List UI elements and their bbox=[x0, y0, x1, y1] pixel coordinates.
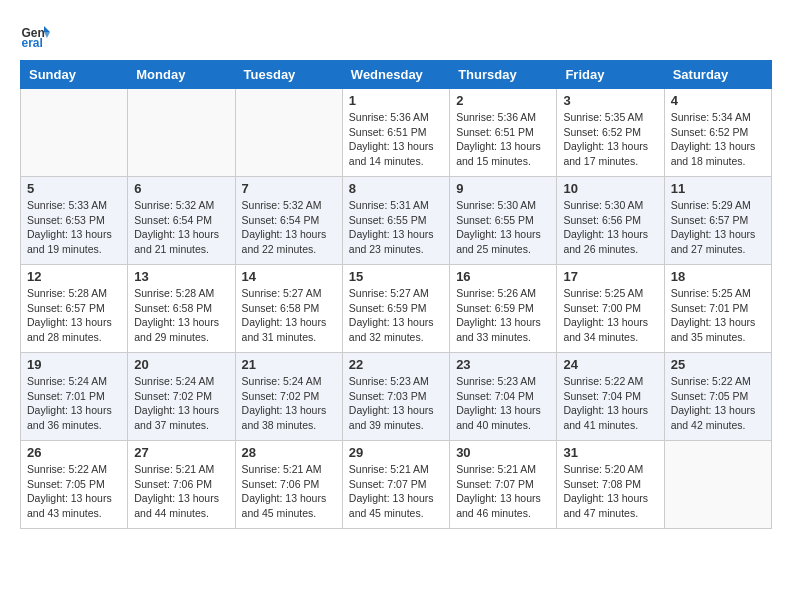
day-number: 4 bbox=[671, 93, 765, 108]
day-info-line: Sunset: 6:59 PM bbox=[349, 302, 427, 314]
day-info-line: Sunset: 6:57 PM bbox=[27, 302, 105, 314]
calendar-cell: 26Sunrise: 5:22 AMSunset: 7:05 PMDayligh… bbox=[21, 441, 128, 529]
day-info-line: Daylight: 13 hours bbox=[349, 316, 434, 328]
calendar-cell bbox=[235, 89, 342, 177]
day-info-line: Sunrise: 5:23 AM bbox=[349, 375, 429, 387]
calendar-week-row: 26Sunrise: 5:22 AMSunset: 7:05 PMDayligh… bbox=[21, 441, 772, 529]
day-info-line: Daylight: 13 hours bbox=[563, 140, 648, 152]
day-info-line: Daylight: 13 hours bbox=[242, 404, 327, 416]
day-info: Sunrise: 5:22 AMSunset: 7:04 PMDaylight:… bbox=[563, 374, 657, 433]
day-info-line: Daylight: 13 hours bbox=[456, 404, 541, 416]
day-info-line: and 22 minutes. bbox=[242, 243, 317, 255]
day-info-line: Sunrise: 5:21 AM bbox=[349, 463, 429, 475]
logo-icon: Gen eral bbox=[20, 20, 50, 50]
day-info-line: Sunrise: 5:28 AM bbox=[134, 287, 214, 299]
calendar-cell: 7Sunrise: 5:32 AMSunset: 6:54 PMDaylight… bbox=[235, 177, 342, 265]
day-info-line: and 46 minutes. bbox=[456, 507, 531, 519]
day-info-line: and 39 minutes. bbox=[349, 419, 424, 431]
day-info-line: Sunrise: 5:36 AM bbox=[349, 111, 429, 123]
day-info-line: Daylight: 13 hours bbox=[349, 492, 434, 504]
day-info-line: Daylight: 13 hours bbox=[242, 228, 327, 240]
day-info-line: Sunset: 6:52 PM bbox=[671, 126, 749, 138]
day-number: 1 bbox=[349, 93, 443, 108]
day-info: Sunrise: 5:35 AMSunset: 6:52 PMDaylight:… bbox=[563, 110, 657, 169]
day-info-line: Daylight: 13 hours bbox=[27, 492, 112, 504]
day-info: Sunrise: 5:31 AMSunset: 6:55 PMDaylight:… bbox=[349, 198, 443, 257]
day-info-line: Sunrise: 5:24 AM bbox=[242, 375, 322, 387]
day-info-line: Daylight: 13 hours bbox=[456, 228, 541, 240]
day-info-line: Daylight: 13 hours bbox=[134, 492, 219, 504]
day-number: 17 bbox=[563, 269, 657, 284]
day-info-line: and 35 minutes. bbox=[671, 331, 746, 343]
svg-marker-2 bbox=[44, 26, 50, 32]
day-number: 22 bbox=[349, 357, 443, 372]
weekday-header-row: SundayMondayTuesdayWednesdayThursdayFrid… bbox=[21, 61, 772, 89]
day-info-line: and 29 minutes. bbox=[134, 331, 209, 343]
day-info-line: Daylight: 13 hours bbox=[671, 140, 756, 152]
day-info: Sunrise: 5:24 AMSunset: 7:02 PMDaylight:… bbox=[242, 374, 336, 433]
day-info-line: Sunset: 6:54 PM bbox=[134, 214, 212, 226]
day-info-line: and 31 minutes. bbox=[242, 331, 317, 343]
day-info-line: and 45 minutes. bbox=[349, 507, 424, 519]
day-info-line: Sunrise: 5:32 AM bbox=[242, 199, 322, 211]
day-info-line: Sunrise: 5:25 AM bbox=[563, 287, 643, 299]
day-info: Sunrise: 5:32 AMSunset: 6:54 PMDaylight:… bbox=[242, 198, 336, 257]
day-info-line: Sunset: 6:52 PM bbox=[563, 126, 641, 138]
day-info-line: Sunrise: 5:21 AM bbox=[456, 463, 536, 475]
day-number: 29 bbox=[349, 445, 443, 460]
day-number: 27 bbox=[134, 445, 228, 460]
day-info-line: Daylight: 13 hours bbox=[27, 316, 112, 328]
calendar-cell: 25Sunrise: 5:22 AMSunset: 7:05 PMDayligh… bbox=[664, 353, 771, 441]
day-info-line: Sunrise: 5:33 AM bbox=[27, 199, 107, 211]
day-info-line: Sunrise: 5:36 AM bbox=[456, 111, 536, 123]
day-info-line: Sunset: 7:07 PM bbox=[456, 478, 534, 490]
day-info-line: Sunset: 6:54 PM bbox=[242, 214, 320, 226]
day-info: Sunrise: 5:25 AMSunset: 7:01 PMDaylight:… bbox=[671, 286, 765, 345]
calendar-cell bbox=[21, 89, 128, 177]
day-info-line: and 19 minutes. bbox=[27, 243, 102, 255]
day-info-line: Sunset: 7:05 PM bbox=[671, 390, 749, 402]
day-info-line: and 18 minutes. bbox=[671, 155, 746, 167]
day-info-line: Daylight: 13 hours bbox=[563, 316, 648, 328]
day-info-line: Sunrise: 5:22 AM bbox=[563, 375, 643, 387]
day-number: 14 bbox=[242, 269, 336, 284]
weekday-header-monday: Monday bbox=[128, 61, 235, 89]
day-info: Sunrise: 5:22 AMSunset: 7:05 PMDaylight:… bbox=[27, 462, 121, 521]
day-info-line: and 38 minutes. bbox=[242, 419, 317, 431]
day-info: Sunrise: 5:21 AMSunset: 7:07 PMDaylight:… bbox=[456, 462, 550, 521]
day-number: 23 bbox=[456, 357, 550, 372]
weekday-header-sunday: Sunday bbox=[21, 61, 128, 89]
day-info-line: and 42 minutes. bbox=[671, 419, 746, 431]
day-info: Sunrise: 5:23 AMSunset: 7:04 PMDaylight:… bbox=[456, 374, 550, 433]
day-info: Sunrise: 5:33 AMSunset: 6:53 PMDaylight:… bbox=[27, 198, 121, 257]
svg-text:eral: eral bbox=[22, 36, 43, 50]
header: Gen eral bbox=[20, 20, 772, 50]
day-info: Sunrise: 5:29 AMSunset: 6:57 PMDaylight:… bbox=[671, 198, 765, 257]
day-info-line: Daylight: 13 hours bbox=[671, 228, 756, 240]
day-info-line: Sunset: 7:07 PM bbox=[349, 478, 427, 490]
day-number: 21 bbox=[242, 357, 336, 372]
day-info-line: Sunrise: 5:22 AM bbox=[27, 463, 107, 475]
weekday-header-saturday: Saturday bbox=[664, 61, 771, 89]
day-info-line: Sunrise: 5:26 AM bbox=[456, 287, 536, 299]
day-info-line: Daylight: 13 hours bbox=[349, 140, 434, 152]
day-info: Sunrise: 5:27 AMSunset: 6:59 PMDaylight:… bbox=[349, 286, 443, 345]
day-info: Sunrise: 5:30 AMSunset: 6:56 PMDaylight:… bbox=[563, 198, 657, 257]
day-info-line: Daylight: 13 hours bbox=[563, 228, 648, 240]
day-info: Sunrise: 5:26 AMSunset: 6:59 PMDaylight:… bbox=[456, 286, 550, 345]
calendar-cell: 15Sunrise: 5:27 AMSunset: 6:59 PMDayligh… bbox=[342, 265, 449, 353]
day-info-line: and 36 minutes. bbox=[27, 419, 102, 431]
day-number: 9 bbox=[456, 181, 550, 196]
day-number: 11 bbox=[671, 181, 765, 196]
day-info: Sunrise: 5:36 AMSunset: 6:51 PMDaylight:… bbox=[456, 110, 550, 169]
calendar-cell: 17Sunrise: 5:25 AMSunset: 7:00 PMDayligh… bbox=[557, 265, 664, 353]
day-info-line: Sunset: 6:55 PM bbox=[349, 214, 427, 226]
day-number: 25 bbox=[671, 357, 765, 372]
day-info: Sunrise: 5:25 AMSunset: 7:00 PMDaylight:… bbox=[563, 286, 657, 345]
day-number: 8 bbox=[349, 181, 443, 196]
day-info-line: and 43 minutes. bbox=[27, 507, 102, 519]
calendar-cell: 21Sunrise: 5:24 AMSunset: 7:02 PMDayligh… bbox=[235, 353, 342, 441]
day-info-line: Daylight: 13 hours bbox=[563, 492, 648, 504]
day-info-line: Sunrise: 5:29 AM bbox=[671, 199, 751, 211]
calendar-cell: 6Sunrise: 5:32 AMSunset: 6:54 PMDaylight… bbox=[128, 177, 235, 265]
